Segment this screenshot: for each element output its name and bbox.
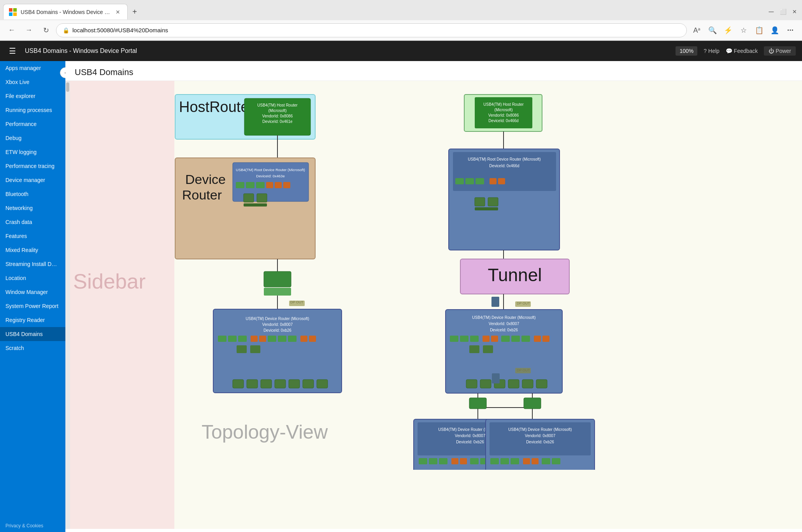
svg-rect-47	[261, 380, 272, 388]
svg-text:VendorId: 0x8007: VendorId: 0x8007	[455, 434, 486, 438]
main-content: USB4 Domains Sidebar HostRouter HostRout…	[65, 61, 802, 532]
sidebar-item-performance[interactable]: Performance	[0, 117, 65, 131]
svg-rect-37	[259, 336, 266, 342]
svg-text:VendorId: 0x8007: VendorId: 0x8007	[525, 434, 556, 438]
sidebar-item-usb4-domains[interactable]: USB4 Domains	[0, 327, 65, 341]
sidebar-item-debug[interactable]: Debug	[0, 131, 65, 145]
back-button[interactable]: ←	[5, 23, 19, 37]
address-bar[interactable]: 🔒 localhost:50080/#USB4%20Domains	[56, 23, 687, 37]
svg-text:Device: Device	[185, 172, 226, 187]
svg-rect-84	[460, 336, 469, 342]
close-button[interactable]: ✕	[790, 7, 799, 16]
refresh-button[interactable]: ↻	[39, 23, 53, 37]
svg-text:DeviceId: 0xb26: DeviceId: 0xb26	[456, 440, 484, 444]
sidebar-item-bluetooth[interactable]: Bluetooth	[0, 187, 65, 201]
restore-button[interactable]: ⬜	[779, 7, 787, 16]
zoom-indicator: 100%	[676, 46, 697, 56]
svg-rect-43	[237, 345, 247, 353]
favorites-button[interactable]: ☆	[737, 23, 751, 37]
svg-text:DeviceId: 0x466d: DeviceId: 0x466d	[489, 164, 519, 168]
new-tab-button[interactable]: +	[128, 5, 142, 19]
question-icon: ?	[704, 48, 707, 54]
sidebar-item-apps-manager[interactable]: Apps manager	[0, 61, 65, 75]
svg-text:DeviceId: 0xb26: DeviceId: 0xb26	[490, 328, 518, 332]
minimize-button[interactable]: ─	[767, 7, 776, 16]
search-button[interactable]: 🔍	[705, 23, 720, 37]
sidebar-item-networking[interactable]: Networking	[0, 201, 65, 215]
svg-rect-22	[244, 203, 267, 206]
svg-rect-113	[419, 458, 427, 464]
forward-button[interactable]: →	[22, 23, 36, 37]
sidebar-item-device-manager[interactable]: Device manager	[0, 173, 65, 187]
svg-rect-15	[246, 182, 254, 188]
svg-text:USB4(TM) Root Device Router (M: USB4(TM) Root Device Router (Microsoft)	[236, 168, 305, 172]
topology-area[interactable]: Sidebar HostRouter HostRouter USB4(TM) H…	[65, 81, 802, 529]
sidebar-item-window-manager[interactable]: Window Manager	[0, 285, 65, 299]
vertical-scrollbar[interactable]	[65, 81, 70, 529]
svg-rect-67	[490, 178, 497, 184]
power-button[interactable]: ⏻ Power	[764, 46, 796, 56]
svg-rect-96	[480, 380, 491, 388]
svg-text:DeviceId: 0x461e: DeviceId: 0x461e	[262, 119, 293, 124]
sidebar-item-location[interactable]: Location	[0, 271, 65, 285]
profile-button[interactable]: 👤	[768, 23, 782, 37]
svg-text:VendorId: 0x8086: VendorId: 0x8086	[488, 113, 519, 117]
sidebar-item-scratch[interactable]: Scratch	[0, 341, 65, 355]
svg-rect-130	[500, 458, 509, 464]
main-layout: ‹ Apps managerXbox LiveFile explorerRunn…	[0, 61, 802, 532]
svg-rect-20	[244, 194, 254, 202]
sidebar-item-streaming-install-debugger[interactable]: Streaming Install Debugger	[0, 257, 65, 271]
collections-button[interactable]: 📋	[752, 23, 766, 37]
svg-rect-89	[511, 336, 520, 342]
sidebar-item-xbox-live[interactable]: Xbox Live	[0, 75, 65, 89]
svg-rect-42	[309, 336, 316, 342]
sidebar-item-registry-reader[interactable]: Registry Reader	[0, 313, 65, 327]
svg-rect-51	[317, 380, 328, 388]
help-link[interactable]: ? Help	[704, 48, 720, 54]
svg-rect-41	[300, 336, 307, 342]
svg-rect-71	[475, 207, 498, 210]
svg-rect-35	[238, 336, 247, 342]
svg-rect-132	[523, 458, 530, 464]
svg-rect-107	[524, 398, 541, 409]
svg-rect-129	[490, 458, 499, 464]
svg-rect-83	[450, 336, 458, 342]
svg-rect-66	[476, 178, 484, 184]
svg-rect-70	[488, 198, 498, 206]
svg-text:DeviceId: 0x466d: DeviceId: 0x466d	[488, 119, 518, 123]
sidebar-item-crash-data[interactable]: Crash data	[0, 215, 65, 229]
active-tab[interactable]: USB4 Domains - Windows Device Portal ✕	[3, 4, 128, 19]
svg-rect-14	[236, 182, 244, 188]
hamburger-button[interactable]: ☰	[6, 45, 19, 57]
svg-text:DeviceId: 0xb26: DeviceId: 0xb26	[263, 328, 291, 332]
address-bar-row: ← → ↻ 🔒 localhost:50080/#USB4%20Domains …	[0, 20, 802, 40]
sidebar-item-system-power-report[interactable]: System Power Report	[0, 299, 65, 313]
sidebar-item-running-processes[interactable]: Running processes	[0, 103, 65, 117]
svg-rect-77	[515, 301, 531, 307]
extensions-button[interactable]: ⚡	[721, 23, 735, 37]
read-mode-button[interactable]: Aᵃ	[690, 23, 704, 37]
header-right: 100% ? Help 💬 Feedback ⏻ Power	[676, 46, 796, 56]
svg-rect-100	[536, 380, 547, 388]
sidebar-item-features[interactable]: Features	[0, 229, 65, 243]
more-button[interactable]: ···	[783, 23, 797, 37]
svg-rect-141	[492, 373, 500, 383]
svg-rect-116	[451, 458, 458, 464]
sidebar-footer[interactable]: Privacy & Cookies	[0, 519, 65, 532]
sidebar-item-file-explorer[interactable]: File explorer	[0, 89, 65, 103]
sidebar-item-mixed-reality[interactable]: Mixed Reality	[0, 243, 65, 257]
feedback-link[interactable]: 💬 Feedback	[726, 48, 758, 54]
page-title: USB4 Domains	[65, 61, 802, 81]
svg-rect-18	[275, 182, 282, 188]
svg-text:USB4(TM) Device Router (Micros: USB4(TM) Device Router (Microsoft)	[508, 427, 572, 432]
sidebar-item-etw-logging[interactable]: ETW logging	[0, 145, 65, 159]
power-icon: ⏻	[769, 48, 774, 54]
close-tab-button[interactable]: ✕	[114, 8, 122, 16]
svg-rect-114	[429, 458, 437, 464]
svg-text:USB4(TM) Host Router: USB4(TM) Host Router	[257, 103, 298, 107]
svg-rect-140	[515, 368, 531, 373]
svg-rect-88	[501, 336, 510, 342]
svg-text:Tunnel: Tunnel	[488, 265, 542, 285]
sidebar-item-performance-tracing[interactable]: Performance tracing	[0, 159, 65, 173]
svg-rect-44	[250, 345, 260, 353]
